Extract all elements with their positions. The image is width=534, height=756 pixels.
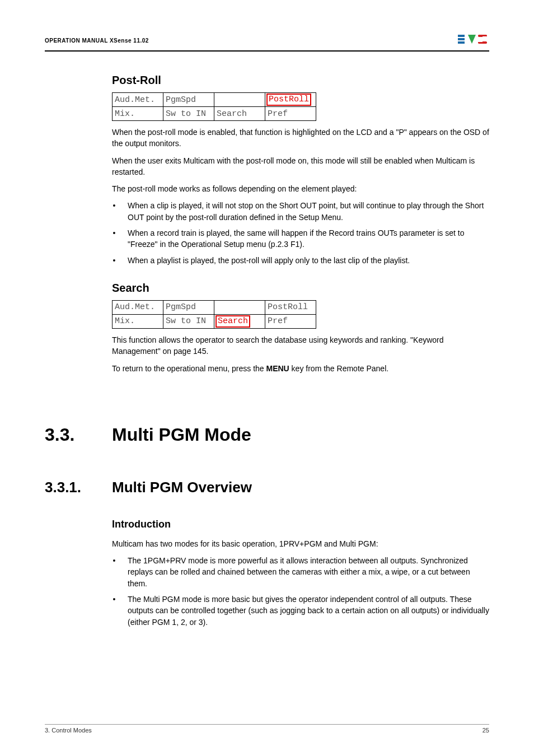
svg-marker-3	[468, 35, 476, 44]
svg-rect-1	[458, 38, 465, 40]
page: OPERATION MANUAL XSense 11.02 Post-Roll	[0, 0, 534, 756]
footer-left: 3. Control Modes	[45, 727, 92, 734]
evs-logo-icon	[458, 34, 489, 47]
subchapter-row: 3.3.1. Multi PGM Overview	[45, 462, 489, 507]
search-heading: Search	[112, 282, 489, 295]
table-cell: Pref	[265, 314, 316, 328]
table-cell: PostRoll	[265, 300, 316, 314]
table-cell: PgmSpd	[163, 300, 214, 314]
list-item: When a clip is played, it will not stop …	[122, 200, 489, 223]
postroll-para-1: When the post-roll mode is enabled, that…	[112, 127, 489, 150]
svg-rect-0	[458, 35, 465, 37]
table-cell: Aud.Met.	[113, 300, 163, 314]
page-footer: 3. Control Modes 25	[45, 724, 489, 734]
search-menu-table: Aud.Met. PgmSpd PostRoll Mix. Sw to IN S…	[112, 300, 316, 329]
table-cell	[214, 93, 265, 107]
list-item: The Multi PGM mode is more basic but giv…	[122, 594, 489, 628]
list-item: The 1PGM+PRV mode is more powerful as it…	[122, 555, 489, 589]
manual-title: OPERATION MANUAL XSense 11.02	[45, 38, 149, 44]
list-item: When a playlist is played, the post-roll…	[122, 255, 489, 266]
chapter-row: 3.3. Multi PGM Mode	[45, 396, 489, 451]
postroll-bullet-list: When a clip is played, it will not stop …	[112, 200, 489, 265]
table-cell: Aud.Met.	[113, 93, 163, 107]
table-cell: Sw to IN	[163, 314, 214, 328]
table-cell: Search	[214, 107, 265, 121]
overview-content: Introduction Multicam has two modes for …	[112, 519, 489, 628]
postroll-para-2: When the user exits Multicam with the po…	[112, 155, 489, 178]
list-item: When a record train is played, the same …	[122, 227, 489, 250]
svg-rect-2	[458, 41, 465, 44]
overview-bullet-list: The 1PGM+PRV mode is more powerful as it…	[112, 555, 489, 628]
text-fragment: To return to the operational menu, press…	[112, 364, 266, 373]
table-cell: PgmSpd	[163, 93, 214, 107]
subchapter-number: 3.3.1.	[45, 479, 90, 496]
postroll-para-3: The post-roll mode works as follows depe…	[112, 183, 489, 194]
subchapter-heading: Multi PGM Overview	[112, 479, 252, 496]
postroll-heading: Post-Roll	[112, 74, 489, 87]
postroll-menu-table: Aud.Met. PgmSpd PostRoll Mix. Sw to IN S…	[112, 92, 316, 121]
search-para-2: To return to the operational menu, press…	[112, 363, 489, 374]
chapter-number: 3.3.	[45, 424, 90, 445]
highlighted-cell: Search	[216, 315, 250, 328]
search-para-1: This function allows the operator to sea…	[112, 334, 489, 357]
svg-rect-10	[483, 36, 487, 39]
content-area: Post-Roll Aud.Met. PgmSpd PostRoll Mix. …	[112, 74, 489, 374]
table-cell: Sw to IN	[163, 107, 214, 121]
table-cell: Mix.	[113, 107, 163, 121]
table-cell: PostRoll	[265, 93, 316, 107]
page-header: OPERATION MANUAL XSense 11.02	[45, 34, 489, 52]
table-cell: Mix.	[113, 314, 163, 328]
overview-para-1: Multicam has two modes for its basic ope…	[112, 538, 489, 549]
menu-key-label: MENU	[266, 364, 289, 373]
svg-rect-11	[478, 39, 483, 42]
highlighted-cell: PostRoll	[266, 94, 311, 106]
introduction-heading: Introduction	[112, 519, 489, 530]
table-cell: Search	[214, 314, 265, 328]
footer-page-number: 25	[483, 727, 489, 734]
table-cell: Pref	[265, 107, 316, 121]
table-cell	[214, 300, 265, 314]
text-fragment: key from the Remote Panel.	[289, 364, 388, 373]
chapter-heading: Multi PGM Mode	[112, 424, 251, 445]
